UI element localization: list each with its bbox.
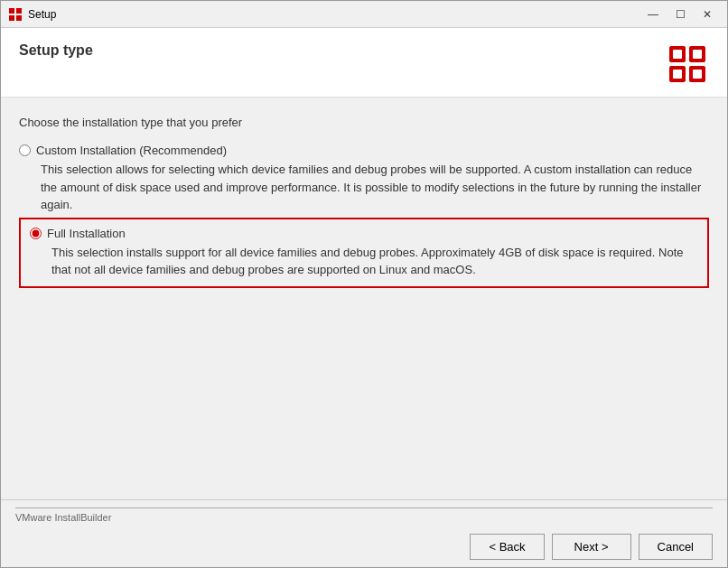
cancel-button[interactable]: Cancel [639, 534, 713, 560]
svg-rect-11 [693, 70, 702, 79]
full-radio[interactable] [30, 228, 42, 239]
maximize-button[interactable]: ☐ [667, 5, 693, 24]
option-group: Custom Installation (Recommended) This s… [19, 144, 709, 292]
back-button[interactable]: < Back [470, 534, 544, 560]
custom-option-row: Custom Installation (Recommended) [19, 144, 709, 157]
next-button[interactable]: Next > [552, 534, 631, 560]
svg-rect-8 [673, 50, 682, 59]
content-area: Setup type Choose the installation t [1, 28, 727, 567]
custom-label[interactable]: Custom Installation (Recommended) [36, 144, 227, 157]
title-bar-title: Setup [28, 8, 640, 21]
window-controls: — ☐ ✕ [640, 5, 720, 24]
title-bar-icon [8, 7, 23, 22]
custom-option-container: Custom Installation (Recommended) This s… [19, 144, 709, 214]
svg-rect-9 [693, 50, 702, 59]
full-description: This selection installs support for all … [51, 244, 698, 279]
svg-rect-3 [16, 15, 22, 21]
custom-radio[interactable] [19, 144, 31, 156]
custom-description: This selection allows for selecting whic… [41, 161, 709, 214]
title-bar: Setup — ☐ ✕ [1, 1, 727, 28]
svg-rect-0 [9, 8, 14, 14]
svg-rect-10 [673, 70, 682, 79]
full-option-row: Full Installation [30, 227, 698, 240]
logo-icon [666, 42, 709, 86]
close-button[interactable]: ✕ [695, 5, 720, 24]
minimize-button[interactable]: — [640, 5, 666, 24]
svg-rect-2 [9, 15, 14, 21]
footer: VMware InstallBuilder < Back Next > Canc… [1, 499, 727, 567]
footer-brand: VMware InstallBuilder [15, 507, 713, 523]
setup-window: Setup — ☐ ✕ Setup type [0, 0, 728, 568]
svg-rect-1 [16, 8, 22, 14]
subtitle: Choose the installation type that you pr… [19, 116, 709, 129]
footer-buttons: < Back Next > Cancel [15, 530, 713, 560]
full-label[interactable]: Full Installation [47, 227, 126, 240]
main-content: Choose the installation type that you pr… [1, 98, 727, 499]
header-section: Setup type [1, 28, 727, 98]
full-option-container: Full Installation This selection install… [19, 218, 709, 288]
header-title: Setup type [19, 42, 93, 59]
